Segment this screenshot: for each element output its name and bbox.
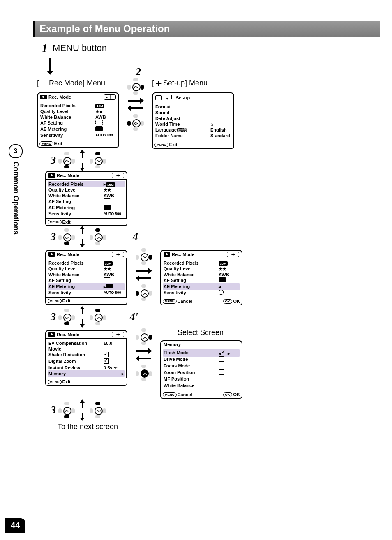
row-label: AF Setting [48,198,104,205]
four-way-controller[interactable]: OK [127,114,144,131]
four-way-controller[interactable]: OK [136,284,152,301]
four-way-controller[interactable]: OK [58,152,75,168]
row-val: AWB [219,272,239,277]
row-label: AF Setting [48,277,104,284]
vertical-arrows-icon [77,228,87,246]
ok-label: OK [233,299,240,304]
row-val: ±0.0 [104,340,124,346]
row-label: Quality Level [48,266,104,272]
chapter-title: Common Operations [12,162,20,235]
memory-select-menu: Memory Flash Mode◂ ▸ Drive Mode Focus Mo… [160,340,242,399]
four-way-controller[interactable]: OK [58,402,75,418]
setup-tab-icon [112,332,124,337]
step-2-number: 2 [130,66,141,78]
section-header: Example of Menu Operation [33,21,380,37]
row-val [219,369,239,376]
row-label: Zoom Position [164,369,219,376]
row-label: Recorded Pixels [48,181,104,187]
row-label: Memory [48,371,104,376]
four-way-controller-ok[interactable]: OK [136,365,152,381]
four-way-controller[interactable]: OK [58,228,75,245]
camera-icon [48,332,55,337]
four-way-controller[interactable]: OK [90,152,106,168]
menu-button-label: MENU [48,299,62,303]
menu-button-label: MENU [154,143,168,147]
menu-button-label: MENU [163,299,177,304]
setup-menu-text: Set-up] Menu [163,79,208,88]
row-val [104,358,124,365]
four-way-controller[interactable]: OK [90,228,106,245]
four-way-controller[interactable]: OK [136,328,152,345]
step-4prime-number: 4' [127,311,138,323]
cancel-label: Cancel [178,299,192,304]
horizontal-arrows-icon [127,97,144,112]
row-val: English [210,127,231,133]
rec-mode-menu-3: Rec. Mode Recorded Pixels10M Quality Lev… [45,250,127,305]
vertical-arrows-icon [77,401,87,419]
row-label: Date Adjust [155,115,231,121]
row-val [104,205,124,211]
exit-label: Exit [54,141,62,146]
row-label: White Balance [164,383,219,389]
horizontal-arrows-icon [136,347,152,362]
four-way-controller[interactable]: OK [58,309,75,325]
row-val: ▸ [104,284,124,290]
four-way-controller[interactable]: OK [136,248,152,265]
camera-icon [40,95,47,99]
ae-metering-options-menu: Rec. Mode Recorded Pixels10M Quality Lev… [160,250,242,305]
ok-label: OK [233,392,240,397]
row-val [219,383,239,389]
row-label: Recorded Pixels [48,260,104,266]
four-way-controller[interactable]: OK [90,309,106,325]
row-val [219,290,239,296]
row-label: Sound [155,110,231,115]
rec-mode-menu-label: [ Rec.Mode] Menu [37,79,105,88]
row-label: Sensitivity [164,290,219,296]
row-label: White Balance [48,193,104,198]
step-3-number: 3 [45,404,56,416]
exit-label: Exit [62,298,71,303]
row-label: World Time [155,121,210,127]
row-label: Quality Level [164,266,219,272]
four-way-controller[interactable]: OK [127,78,144,95]
to-next-screen-text: To the next screen [58,422,380,431]
row-label: Sensitivity [48,290,104,295]
camera-icon [48,252,55,257]
row-val [219,376,239,383]
menu-title-text: Rec. Mode [57,173,79,178]
menu-button-label: MENU [48,220,62,224]
row-label: White Balance [40,114,95,120]
row-val: ◂ ▸ [219,350,239,356]
setup-menu: ◂ Set-up Format Sound Date Adjust World … [152,92,234,149]
ok-button-label: OK [223,299,232,304]
step-1-number: 1 [37,41,48,55]
row-val: 10M [104,261,113,266]
row-label: AE Metering [48,284,104,290]
camera-icon [41,81,47,86]
row-val [104,277,124,284]
row-label: Digital Zoom [48,358,104,365]
row-label: Sensitivity [40,132,95,138]
row-label: Focus Mode [164,363,219,369]
step-3-number: 3 [45,154,56,166]
row-label: Movie [48,346,124,352]
row-label: EV Compensation [48,340,104,346]
row-label: AE Metering [48,205,104,211]
exit-label: Exit [62,219,71,224]
four-way-controller[interactable]: OK [90,402,106,418]
row-val: ◂ [219,284,239,290]
setup-tab-icon [112,173,124,178]
row-val: 10M [95,104,104,108]
row-val: ★★ [104,187,124,193]
step-3-number: 3 [45,231,56,243]
row-label: Drive Mode [164,356,219,363]
row-label: Folder Name [155,133,210,138]
step-1-text: MENU button [53,43,107,53]
row-val: AWB [95,114,116,120]
row-label: Instant Review [48,365,104,371]
row-val: Standard [210,133,231,138]
row-val: ★★ [104,266,124,272]
menu-title-text: Rec. Mode [57,332,79,337]
row-label: AF Setting [40,120,95,126]
vertical-arrows-icon [77,308,87,326]
